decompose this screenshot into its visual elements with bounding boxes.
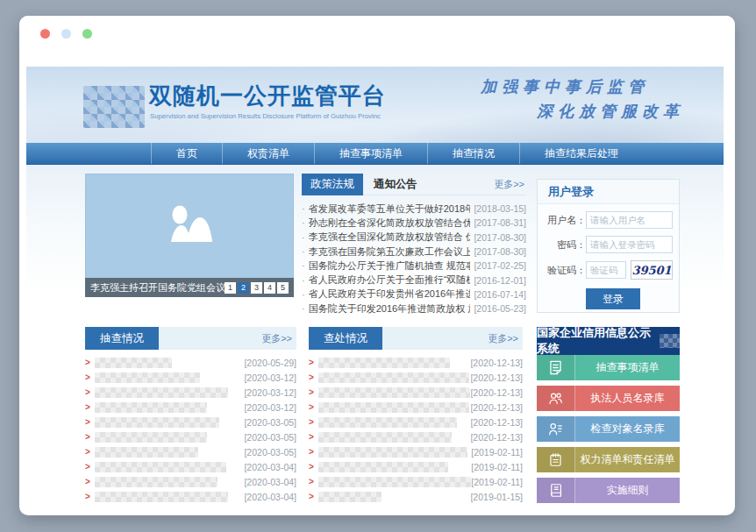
bullet-icon: · [302, 232, 305, 243]
investigation-item[interactable]: > [2019-02-11] [309, 459, 523, 474]
news-tabs: 政策法规 通知公告 更多>> [302, 174, 526, 195]
spot-check-item[interactable]: > [2020-03-12] [85, 400, 296, 415]
spot-check-item[interactable]: > [2020-03-04] [85, 459, 296, 474]
news-item[interactable]: · 国务院办公厅关于推广随机抽查 规范事中事后监... [2017-02-25] [302, 259, 526, 273]
minimize-window-button[interactable] [61, 29, 71, 39]
login-button[interactable]: 登录 [586, 288, 640, 309]
carousel-page-button[interactable]: 4 [264, 282, 275, 294]
spot-check-item[interactable]: > [2020-03-04] [85, 489, 296, 504]
news-item[interactable]: · 国务院关于印发2016年推进简政放权 放管结合优... [2016-05-2… [302, 301, 526, 316]
tab-policies[interactable]: 政策法规 [302, 174, 363, 195]
chevron-right-icon: > [85, 373, 90, 382]
investigation-list: > [2020-12-13] > [2020-12-13] [309, 355, 523, 504]
investigation-item[interactable]: > [2020-12-13] [309, 415, 523, 429]
spot-check-item-date: [2020-03-05] [244, 417, 296, 428]
nav-item[interactable]: 权责清单 [222, 143, 314, 164]
spot-check-item-date: [2020-03-05] [244, 447, 296, 458]
news-item-date: [2017-08-30] [474, 246, 526, 257]
redacted-text [95, 462, 226, 472]
quick-link-button[interactable]: 抽查事项清单 [537, 355, 680, 380]
main-nav: 首页 权责清单 抽查事项清单 抽查情况 抽查结果后处理 [26, 143, 724, 165]
username-field[interactable] [586, 211, 673, 229]
quick-link-button[interactable]: 实施细则 [537, 478, 680, 503]
slogan-line-1: 加强事中事后监管 [481, 76, 649, 97]
site-subtitle-en: Supervision and Supervision Results Disc… [150, 112, 381, 120]
news-item[interactable]: · 省发展改革委等五单位关于做好2018年“双随机一... [2018-03-1… [302, 202, 526, 216]
news-item-title: 李克强在全国深化简政放权放管结合 优化服务改... [309, 231, 471, 244]
spot-check-header: 抽查情况 更多>> [85, 327, 296, 350]
maximize-window-button[interactable] [82, 29, 92, 39]
spot-check-item-date: [2020-05-29] [244, 358, 296, 368]
spot-check-item[interactable]: > [2020-03-12] [85, 385, 296, 400]
carousel-page-button[interactable]: 5 [277, 282, 289, 294]
redacted-text [318, 417, 457, 428]
close-window-button[interactable] [40, 29, 50, 39]
investigation-item[interactable]: > [2019-01-15] [309, 489, 523, 504]
spot-check-item[interactable]: > [2020-03-05] [85, 444, 296, 459]
investigation-more-link[interactable]: 更多>> [488, 332, 523, 345]
news-item[interactable]: · 省人民政府关于印发贵州省2016年推进简政放权... [2016-07-14… [302, 287, 526, 301]
chevron-right-icon: > [309, 358, 314, 367]
investigation-item[interactable]: > [2020-12-13] [309, 429, 523, 444]
investigation-item[interactable]: > [2019-02-11] [309, 474, 523, 489]
chevron-right-icon: > [309, 433, 314, 442]
carousel-slide-image[interactable] [85, 174, 294, 278]
browser-window: 双随机一公开监管平台 Supervision and Supervision R… [19, 16, 735, 515]
bullet-icon: · [302, 275, 305, 286]
investigation-item[interactable]: > [2020-12-13] [309, 385, 523, 400]
chevron-right-icon: > [85, 388, 90, 397]
carousel-page-button[interactable]: 1 [225, 282, 236, 294]
spot-check-item[interactable]: > [2020-03-05] [85, 415, 296, 429]
password-field[interactable] [586, 236, 673, 253]
investigation-item-date: [2020-12-13] [470, 387, 523, 398]
captcha-field[interactable] [586, 261, 626, 279]
spot-check-more-link[interactable]: 更多>> [261, 332, 296, 345]
notepad-icon [547, 451, 564, 468]
tab-investigation[interactable]: 查处情况 [309, 327, 382, 350]
investigation-item-date: [2020-12-13] [470, 372, 523, 383]
spot-check-item[interactable]: > [2020-03-05] [85, 429, 296, 444]
quick-link-label: 执法人员名录库 [575, 386, 680, 411]
redacted-text [95, 477, 218, 487]
nav-item[interactable]: 抽查结果后处理 [519, 143, 643, 164]
quick-link-button[interactable]: 检查对象名录库 [537, 416, 680, 442]
redacted-text [318, 358, 450, 368]
news-item[interactable]: · 省人民政府办公厅关于全面推行“双随机一公开”监... [2016-12-01… [302, 273, 526, 287]
carousel-page-button[interactable]: 3 [251, 282, 262, 294]
spot-check-item-date: [2020-03-04] [244, 462, 296, 472]
quick-link-button[interactable]: 权力清单和责任清单 [537, 447, 680, 472]
nav-item[interactable]: 首页 [151, 143, 222, 164]
nav-item[interactable]: 抽查事项清单 [314, 143, 427, 164]
nav-item[interactable]: 抽查情况 [427, 143, 519, 164]
spot-check-item-date: [2020-03-12] [244, 372, 296, 383]
investigation-item[interactable]: > [2019-02-11] [309, 444, 523, 459]
quick-link-button[interactable]: 执法人员名录库 [537, 386, 680, 411]
news-more-link[interactable]: 更多>> [494, 178, 526, 191]
news-item[interactable]: · 李克强在国务院第五次廉政工作会议上的讲话 [2017-08-30] [302, 245, 526, 259]
tab-notices[interactable]: 通知公告 [374, 177, 417, 192]
credit-system-link[interactable]: 国家企业信用信息公示系统 [537, 327, 680, 355]
chevron-right-icon: > [85, 403, 90, 412]
tab-spot-check[interactable]: 抽查情况 [85, 327, 159, 350]
investigation-item-date: [2019-02-11] [471, 462, 523, 472]
redacted-text [318, 477, 471, 487]
spot-check-item[interactable]: > [2020-03-04] [85, 474, 296, 489]
rulebook-icon [547, 482, 564, 499]
news-item[interactable]: · 李克强在全国深化简政放权放管结合 优化服务改... [2017-08-30] [302, 231, 526, 245]
news-item[interactable]: · 孙志刚在全省深化简政放权放管结合优化服务改... [2017-08-31] [302, 216, 526, 230]
investigation-item[interactable]: > [2020-12-13] [309, 355, 523, 370]
login-title: 用户登录 [538, 180, 679, 204]
page: 双随机一公开监管平台 Supervision and Supervision R… [26, 67, 724, 507]
chevron-right-icon: > [309, 388, 314, 397]
spot-check-item-date: [2020-03-04] [244, 492, 296, 502]
chevron-right-icon: > [85, 433, 90, 442]
carousel-page-button[interactable]: 2 [238, 282, 249, 294]
investigation-item[interactable]: > [2020-12-13] [309, 400, 523, 415]
investigation-item[interactable]: > [2020-12-13] [309, 370, 523, 385]
chevron-right-icon: > [85, 478, 90, 486]
spot-check-item[interactable]: > [2020-03-12] [85, 370, 296, 385]
spot-check-item[interactable]: > [2020-05-29] [85, 355, 296, 370]
captcha-image[interactable]: 39501 [631, 260, 673, 280]
captcha-label: 验证码： [544, 264, 586, 277]
bullet-icon: · [302, 260, 305, 271]
